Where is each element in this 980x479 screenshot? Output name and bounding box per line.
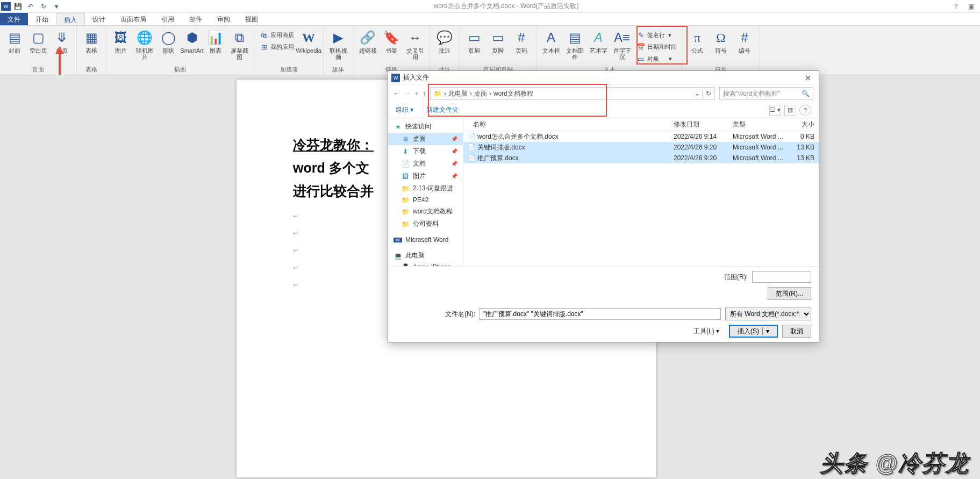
group-pages: ▤封面 ▢空白页 ⤋分页 页面 — [0, 26, 77, 75]
video-button[interactable]: ▶联机视频 — [327, 27, 349, 60]
bookmark-button[interactable]: 🔖书签 — [380, 27, 403, 54]
tab-mailings[interactable]: 邮件 — [182, 13, 210, 25]
close-button[interactable]: ✕ — [800, 74, 816, 82]
refresh-icon[interactable]: ↻ — [702, 90, 711, 97]
side-folder2[interactable]: 📁PE42 — [388, 195, 463, 205]
side-folder4[interactable]: 📁公司资料 — [388, 218, 463, 230]
comment-button[interactable]: 💬批注 — [433, 27, 456, 54]
crumb-dropdown-icon[interactable]: ⌄ — [695, 90, 700, 97]
side-pictures[interactable]: 🖼图片📌 — [388, 170, 463, 182]
file-row[interactable]: 📄推广预算.docx2022/4/26 9:20Microsoft Word .… — [463, 153, 819, 163]
col-name[interactable]: 名称 — [463, 120, 669, 129]
myaddins-button[interactable]: ⊞我的应用 — [257, 41, 296, 53]
nav-forward-icon[interactable]: → — [404, 90, 411, 97]
side-downloads[interactable]: ⬇下载📌 — [388, 145, 463, 158]
screenshot-button[interactable]: ⧉屏幕截图 — [228, 27, 251, 60]
tab-view[interactable]: 视图 — [238, 13, 266, 25]
crossref-button[interactable]: ↔交叉引用 — [404, 27, 426, 60]
folder-icon: 📁 — [434, 90, 442, 97]
qat-dropdown-icon[interactable]: ▾ — [51, 1, 62, 12]
docparts-button[interactable]: ▤文档部件 — [563, 27, 586, 60]
ribbon-tabs: 文件 开始 插入 设计 页面布局 引用 邮件 审阅 视图 — [0, 13, 980, 26]
col-date[interactable]: 修改日期 — [669, 120, 728, 129]
footer-button[interactable]: ▭页脚 — [487, 27, 509, 54]
group-media-label: 媒体 — [332, 65, 344, 75]
search-icon[interactable]: 🔍 — [802, 90, 810, 97]
cover-page-button[interactable]: ▤封面 — [3, 27, 26, 54]
side-quick-access[interactable]: ★快速访问 — [388, 120, 463, 133]
side-desktop[interactable]: 🖥桌面📌 — [388, 133, 463, 145]
wordart-icon: A — [590, 29, 607, 46]
pagenum-button[interactable]: #页码 — [510, 27, 533, 54]
newfolder-button[interactable]: 新建文件夹 — [426, 105, 459, 115]
col-type[interactable]: 类型 — [728, 120, 788, 129]
view-details-icon[interactable]: ▥ — [784, 105, 796, 116]
tab-design[interactable]: 设计 — [85, 13, 113, 25]
save-icon[interactable]: 💾 — [12, 1, 24, 12]
symbol-button[interactable]: Ω符号 — [710, 27, 732, 54]
side-iphone[interactable]: 📱Apple iPhone — [388, 262, 463, 266]
footer-icon: ▭ — [489, 29, 506, 46]
online-picture-button[interactable]: 🌐联机图片 — [133, 27, 156, 60]
col-size[interactable]: 大小 — [788, 120, 819, 129]
folder-icon: 📁 — [401, 220, 410, 228]
nav-back-icon[interactable]: ← — [394, 90, 400, 97]
chart-button[interactable]: 📊图表 — [204, 27, 227, 54]
redo-icon[interactable]: ↻ — [38, 1, 49, 12]
organize-button[interactable]: 组织 ▾ — [396, 105, 413, 115]
table-button[interactable]: ▦表格 — [80, 27, 103, 54]
pin-icon: 📌 — [451, 161, 457, 167]
crumb-thispc[interactable]: 此电脑 — [448, 89, 468, 98]
side-msword[interactable]: WMicrosoft Word — [388, 234, 463, 245]
range-input[interactable] — [752, 271, 811, 283]
crumb-folder[interactable]: word文档教程 — [493, 89, 533, 98]
wordart-button[interactable]: A艺术字 — [587, 27, 610, 54]
word-icon: W — [1, 2, 11, 11]
insert-file-dialog: W 插入文件 ✕ ← → ▾ ↑ 📁 › 此电脑› 桌面› word文档教程 ⌄… — [388, 70, 819, 342]
side-thispc[interactable]: 💻此电脑 — [388, 249, 463, 262]
number-button[interactable]: #编号 — [733, 27, 756, 54]
equation-button[interactable]: π公式 — [686, 27, 709, 54]
filename-input[interactable] — [480, 308, 721, 320]
tab-review[interactable]: 审阅 — [210, 13, 238, 25]
textbox-button[interactable]: A文本框 — [540, 27, 562, 54]
nav-up-icon[interactable]: ↑ — [423, 90, 426, 97]
store-button[interactable]: 🛍应用商店 — [257, 29, 296, 41]
tab-file[interactable]: 文件 — [0, 13, 28, 25]
side-folder3[interactable]: 📁word文档教程 — [388, 205, 463, 218]
file-list-header: 名称 修改日期 类型 大小 — [463, 118, 819, 131]
crumb-desktop[interactable]: 桌面 — [474, 89, 487, 98]
cancel-button[interactable]: 取消 — [782, 325, 811, 338]
blank-page-button[interactable]: ▢空白页 — [27, 27, 49, 54]
breadcrumb[interactable]: 📁 › 此电脑› 桌面› word文档教程 ⌄ ↻ — [430, 87, 715, 100]
group-addins: 🛍应用商店 ⊞我的应用 WWikipedia 加载项 — [254, 26, 324, 75]
nav-dropdown-icon[interactable]: ▾ — [415, 90, 418, 97]
dropcap-icon: A≡ — [613, 29, 631, 46]
tab-layout[interactable]: 页面布局 — [113, 13, 154, 25]
side-documents[interactable]: 📄文档📌 — [388, 158, 463, 170]
insert-button[interactable]: 插入(S)▾ — [729, 325, 778, 338]
view-list-icon[interactable]: ☰ ▾ — [769, 105, 781, 116]
side-folder1[interactable]: 📁2.13-词盘跟进 — [388, 182, 463, 195]
filetype-select[interactable]: 所有 Word 文档(*.docx;*.docx — [725, 308, 811, 320]
hyperlink-button[interactable]: 🔗超链接 — [356, 27, 379, 54]
picture-button[interactable]: 🖼图片 — [110, 27, 132, 54]
search-input[interactable]: 搜索"word文档教程" 🔍 — [719, 87, 813, 100]
shapes-button[interactable]: ◯形状 — [157, 27, 180, 54]
ribbon-options-icon[interactable]: ▣ — [965, 1, 977, 12]
annotation-highlight-object — [636, 26, 688, 65]
file-row[interactable]: 📄word怎么合并多个文档.docx2022/4/26 9:14Microsof… — [463, 131, 819, 142]
file-row[interactable]: 📄关键词排版.docx2022/4/26 9:20Microsoft Word … — [463, 142, 819, 153]
tab-references[interactable]: 引用 — [154, 13, 182, 25]
wikipedia-button[interactable]: WWikipedia — [297, 27, 320, 54]
dropcap-button[interactable]: A≡首字下沉 — [611, 27, 633, 60]
help-icon[interactable]: ? — [950, 1, 962, 12]
range-button[interactable]: 范围(R)... — [768, 287, 811, 300]
tab-home[interactable]: 开始 — [28, 13, 56, 25]
tab-insert[interactable]: 插入 — [56, 13, 85, 25]
help-icon[interactable]: ? — [799, 105, 811, 116]
undo-icon[interactable]: ↶ — [25, 1, 37, 12]
tools-button[interactable]: 工具(L) ▾ — [693, 327, 719, 336]
header-button[interactable]: ▭页眉 — [463, 27, 485, 54]
smartart-button[interactable]: ⬢SmartArt — [181, 27, 203, 54]
